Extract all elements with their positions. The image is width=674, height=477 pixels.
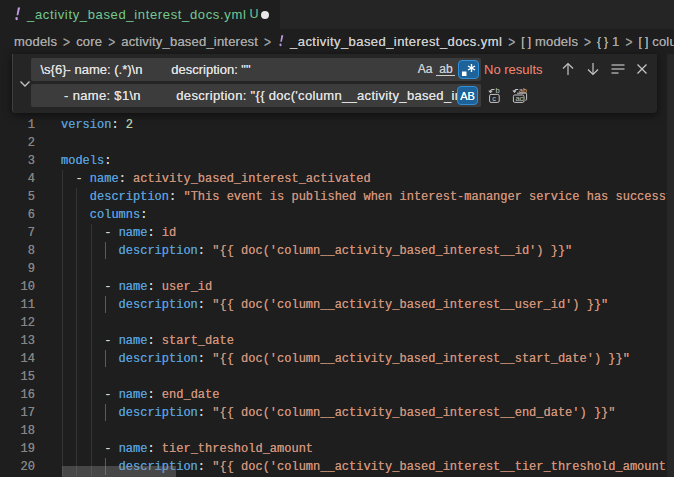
- svg-text:c: c: [492, 94, 496, 103]
- svg-text:ac: ac: [515, 94, 523, 103]
- svg-text:b: b: [496, 87, 500, 95]
- svg-text:ab: ab: [519, 87, 527, 94]
